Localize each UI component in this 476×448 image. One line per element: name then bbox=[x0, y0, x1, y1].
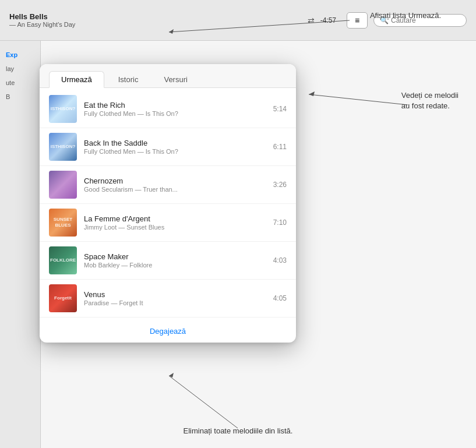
artwork-label-2: ISTHISON? bbox=[49, 133, 77, 161]
song-title-5: Space Maker bbox=[84, 252, 266, 261]
song-title-6: Venus bbox=[84, 290, 266, 299]
song-artwork-1: ISTHISON? bbox=[49, 95, 77, 123]
song-duration-2: 6:11 bbox=[273, 143, 287, 151]
song-artwork-4: SUNSET BLUES bbox=[49, 209, 77, 237]
sidebar-item-lay[interactable]: lay bbox=[0, 62, 40, 76]
song-subtitle-3: Good Secularism — Truer than... bbox=[84, 186, 266, 193]
sidebar-item-ute[interactable]: ute bbox=[0, 76, 40, 90]
song-item-1[interactable]: ISTHISON? Eat the Rich Fully Clothed Men… bbox=[40, 90, 296, 128]
song-subtitle-6: Paradise — Forget It bbox=[84, 299, 266, 306]
song-artwork-5: FOLKLORE bbox=[49, 246, 77, 274]
song-title-2: Back In the Saddle bbox=[84, 139, 266, 147]
queue-button[interactable]: ≡ bbox=[347, 12, 368, 29]
song-info-5: Space Maker Mob Barkley — Folklore bbox=[84, 252, 266, 269]
song-duration-6: 4:05 bbox=[273, 294, 287, 302]
queue-popup: Urmează Istoric Versuri ISTHISON? Eat th… bbox=[40, 64, 296, 343]
sidebar-item-b[interactable]: B bbox=[0, 90, 40, 104]
song-artwork-2: ISTHISON? bbox=[49, 133, 77, 161]
song-title-1: Eat the Rich bbox=[84, 101, 266, 110]
song-subtitle-2: Fully Clothed Men — Is This On? bbox=[84, 148, 266, 155]
song-item-4[interactable]: SUNSET BLUES La Femme d'Argent Jimmy Loo… bbox=[40, 204, 296, 242]
song-title-3: Chernozem bbox=[84, 177, 266, 185]
annotation-bottom: Eliminați toate melodiile din listă. bbox=[184, 426, 293, 436]
song-subtitle-1: Fully Clothed Men — Is This On? bbox=[84, 110, 266, 117]
playback-time: -4:57 bbox=[320, 16, 336, 24]
song-info-3: Chernozem Good Secularism — Truer than..… bbox=[84, 177, 266, 193]
song-artwork-6: ForgetIt bbox=[49, 284, 77, 312]
tab-istoric[interactable]: Istoric bbox=[107, 71, 150, 87]
popup-tabs: Urmează Istoric Versuri bbox=[40, 64, 296, 88]
song-item-3[interactable]: Chernozem Good Secularism — Truer than..… bbox=[40, 166, 296, 204]
tab-urmează[interactable]: Urmează bbox=[49, 71, 104, 88]
song-item-6[interactable]: ForgetIt Venus Paradise — Forget It 4:05 bbox=[40, 280, 296, 318]
sidebar-item-exp[interactable]: Exp bbox=[0, 48, 40, 62]
now-playing-album: — An Easy Night's Day bbox=[9, 21, 302, 28]
artwork-label-5: FOLKLORE bbox=[49, 246, 77, 274]
song-artwork-3 bbox=[49, 171, 77, 199]
artwork-label-1: ISTHISON? bbox=[49, 95, 77, 123]
artwork-label-6: ForgetIt bbox=[49, 284, 77, 312]
song-duration-3: 3:26 bbox=[273, 181, 287, 189]
annotation-right: Vedeți ce melodii au fost redate. bbox=[401, 90, 459, 111]
artwork-label-3 bbox=[49, 171, 77, 199]
song-subtitle-4: Jimmy Loot — Sunset Blues bbox=[84, 224, 266, 231]
song-title-4: La Femme d'Argent bbox=[84, 214, 266, 223]
artwork-label-4: SUNSET BLUES bbox=[49, 209, 77, 237]
clear-button[interactable]: Degajează bbox=[40, 320, 296, 343]
song-list: ISTHISON? Eat the Rich Fully Clothed Men… bbox=[40, 88, 296, 320]
repeat-icon[interactable]: ⇄ bbox=[308, 16, 315, 25]
song-duration-5: 4:03 bbox=[273, 256, 287, 264]
song-duration-1: 5:14 bbox=[273, 105, 287, 113]
song-duration-4: 7:10 bbox=[273, 218, 287, 227]
song-info-1: Eat the Rich Fully Clothed Men — Is This… bbox=[84, 101, 266, 117]
sidebar: Exp lay ute B bbox=[0, 41, 41, 448]
annotation-top: Afișați lista Urmează. bbox=[370, 10, 441, 21]
now-playing-info: Hells Bells — An Easy Night's Day bbox=[9, 12, 302, 28]
song-info-2: Back In the Saddle Fully Clothed Men — I… bbox=[84, 139, 266, 155]
song-item-5[interactable]: FOLKLORE Space Maker Mob Barkley — Folkl… bbox=[40, 242, 296, 280]
song-info-6: Venus Paradise — Forget It bbox=[84, 290, 266, 306]
song-item-2[interactable]: ISTHISON? Back In the Saddle Fully Cloth… bbox=[40, 128, 296, 166]
song-info-4: La Femme d'Argent Jimmy Loot — Sunset Bl… bbox=[84, 214, 266, 231]
song-subtitle-5: Mob Barkley — Folklore bbox=[84, 262, 266, 269]
now-playing-title: Hells Bells bbox=[9, 12, 302, 21]
tab-versuri[interactable]: Versuri bbox=[152, 71, 199, 87]
